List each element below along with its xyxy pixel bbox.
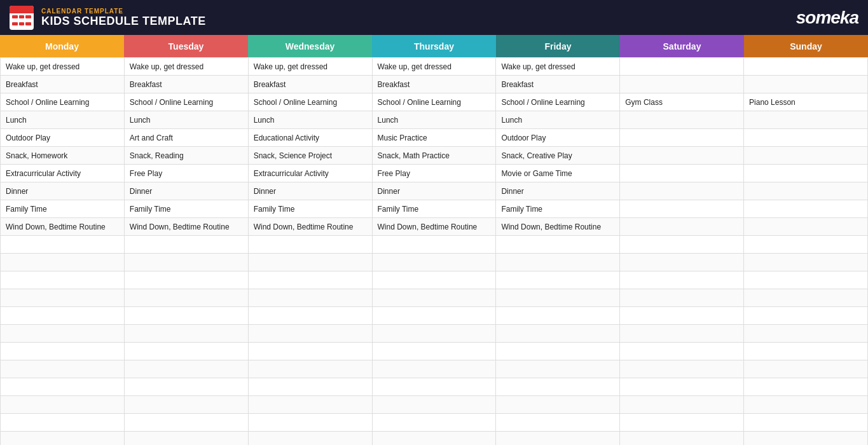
table-cell[interactable]: Family Time bbox=[372, 200, 496, 218]
table-cell[interactable]: School / Online Learning bbox=[1, 93, 125, 111]
table-cell[interactable] bbox=[372, 378, 496, 396]
table-cell[interactable] bbox=[372, 360, 496, 378]
table-cell[interactable] bbox=[124, 378, 248, 396]
table-cell[interactable] bbox=[744, 343, 868, 360]
table-cell[interactable] bbox=[124, 236, 248, 254]
table-cell[interactable] bbox=[248, 396, 372, 414]
table-cell[interactable]: Wind Down, Bedtime Routine bbox=[1, 218, 125, 236]
table-cell[interactable] bbox=[372, 325, 496, 343]
table-cell[interactable] bbox=[124, 254, 248, 271]
table-cell[interactable] bbox=[744, 396, 868, 414]
table-cell[interactable] bbox=[620, 360, 744, 378]
table-cell[interactable] bbox=[1, 307, 125, 325]
table-cell[interactable]: Breakfast bbox=[372, 76, 496, 93]
table-cell[interactable] bbox=[248, 236, 372, 254]
table-cell[interactable]: Snack, Creative Play bbox=[496, 147, 620, 165]
table-cell[interactable] bbox=[496, 432, 620, 446]
table-cell[interactable] bbox=[620, 182, 744, 200]
table-cell[interactable] bbox=[620, 236, 744, 254]
table-cell[interactable] bbox=[744, 325, 868, 343]
table-cell[interactable] bbox=[124, 432, 248, 446]
table-cell[interactable] bbox=[620, 200, 744, 218]
table-cell[interactable] bbox=[248, 343, 372, 360]
table-cell[interactable]: Wake up, get dressed bbox=[1, 58, 125, 76]
table-cell[interactable]: Dinner bbox=[372, 182, 496, 200]
table-cell[interactable] bbox=[620, 307, 744, 325]
table-cell[interactable] bbox=[248, 360, 372, 378]
table-cell[interactable] bbox=[248, 414, 372, 432]
table-cell[interactable] bbox=[496, 307, 620, 325]
table-cell[interactable] bbox=[620, 165, 744, 182]
table-cell[interactable] bbox=[744, 236, 868, 254]
table-cell[interactable]: Wind Down, Bedtime Routine bbox=[124, 218, 248, 236]
table-cell[interactable]: Music Practice bbox=[372, 129, 496, 147]
table-cell[interactable]: Wake up, get dressed bbox=[124, 58, 248, 76]
table-cell[interactable]: Educational Activity bbox=[248, 129, 372, 147]
table-cell[interactable] bbox=[496, 325, 620, 343]
table-cell[interactable] bbox=[1, 414, 125, 432]
table-cell[interactable]: Lunch bbox=[124, 111, 248, 129]
table-cell[interactable]: Family Time bbox=[248, 200, 372, 218]
table-cell[interactable]: Family Time bbox=[496, 200, 620, 218]
table-cell[interactable] bbox=[248, 307, 372, 325]
table-cell[interactable] bbox=[1, 343, 125, 360]
table-cell[interactable]: School / Online Learning bbox=[248, 93, 372, 111]
table-cell[interactable]: Movie or Game Time bbox=[496, 165, 620, 182]
table-cell[interactable] bbox=[248, 289, 372, 307]
table-cell[interactable] bbox=[620, 378, 744, 396]
table-cell[interactable] bbox=[496, 414, 620, 432]
table-cell[interactable] bbox=[1, 360, 125, 378]
table-cell[interactable]: Free Play bbox=[372, 165, 496, 182]
table-cell[interactable]: Breakfast bbox=[248, 76, 372, 93]
table-cell[interactable] bbox=[744, 432, 868, 446]
table-cell[interactable] bbox=[372, 432, 496, 446]
table-cell[interactable] bbox=[744, 147, 868, 165]
table-cell[interactable] bbox=[372, 289, 496, 307]
table-cell[interactable]: Piano Lesson bbox=[744, 93, 868, 111]
table-cell[interactable] bbox=[744, 165, 868, 182]
table-cell[interactable]: Lunch bbox=[496, 111, 620, 129]
table-cell[interactable] bbox=[496, 343, 620, 360]
table-cell[interactable] bbox=[124, 307, 248, 325]
table-cell[interactable]: Wake up, get dressed bbox=[372, 58, 496, 76]
table-cell[interactable] bbox=[124, 396, 248, 414]
table-cell[interactable]: Free Play bbox=[124, 165, 248, 182]
table-cell[interactable] bbox=[124, 414, 248, 432]
table-cell[interactable] bbox=[620, 271, 744, 289]
table-cell[interactable] bbox=[620, 289, 744, 307]
table-cell[interactable] bbox=[372, 396, 496, 414]
table-cell[interactable] bbox=[744, 200, 868, 218]
table-cell[interactable] bbox=[620, 432, 744, 446]
table-cell[interactable]: Dinner bbox=[248, 182, 372, 200]
table-cell[interactable]: Family Time bbox=[124, 200, 248, 218]
table-cell[interactable]: Dinner bbox=[496, 182, 620, 200]
table-cell[interactable]: Lunch bbox=[248, 111, 372, 129]
table-cell[interactable]: School / Online Learning bbox=[124, 93, 248, 111]
table-cell[interactable] bbox=[1, 432, 125, 446]
table-cell[interactable] bbox=[744, 289, 868, 307]
table-cell[interactable] bbox=[496, 271, 620, 289]
table-cell[interactable] bbox=[124, 289, 248, 307]
table-cell[interactable]: Breakfast bbox=[1, 76, 125, 93]
table-cell[interactable]: Lunch bbox=[372, 111, 496, 129]
table-cell[interactable] bbox=[496, 236, 620, 254]
table-cell[interactable] bbox=[496, 396, 620, 414]
table-cell[interactable] bbox=[372, 307, 496, 325]
table-cell[interactable] bbox=[744, 58, 868, 76]
table-cell[interactable]: Snack, Math Practice bbox=[372, 147, 496, 165]
table-cell[interactable] bbox=[620, 254, 744, 271]
table-cell[interactable] bbox=[744, 271, 868, 289]
table-cell[interactable]: Wake up, get dressed bbox=[248, 58, 372, 76]
table-cell[interactable] bbox=[1, 271, 125, 289]
table-cell[interactable]: Snack, Homework bbox=[1, 147, 125, 165]
table-cell[interactable] bbox=[744, 254, 868, 271]
table-cell[interactable] bbox=[744, 307, 868, 325]
table-cell[interactable] bbox=[744, 360, 868, 378]
table-cell[interactable]: Breakfast bbox=[124, 76, 248, 93]
table-cell[interactable]: Extracurricular Activity bbox=[1, 165, 125, 182]
table-cell[interactable]: Breakfast bbox=[496, 76, 620, 93]
table-cell[interactable]: School / Online Learning bbox=[372, 93, 496, 111]
table-cell[interactable] bbox=[620, 218, 744, 236]
table-cell[interactable]: Art and Craft bbox=[124, 129, 248, 147]
table-cell[interactable] bbox=[248, 378, 372, 396]
